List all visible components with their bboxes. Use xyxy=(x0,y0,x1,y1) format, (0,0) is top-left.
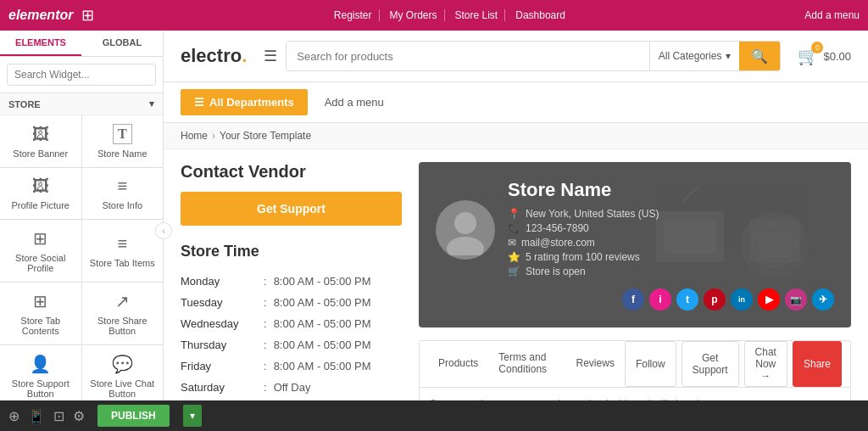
sidebar-search-area xyxy=(0,57,163,93)
day-label: Tuesday xyxy=(181,296,257,309)
sidebar-item-profile-picture[interactable]: 🖼 Profile Picture xyxy=(0,168,81,219)
publish-button[interactable]: PUBLISH xyxy=(97,405,170,427)
sidebar-collapse-handle[interactable]: ‹ xyxy=(155,222,172,239)
sidebar-section-store: STORE ▾ xyxy=(0,93,163,115)
time-value: 8:00 AM - 05:00 PM xyxy=(274,360,371,372)
grid-icon[interactable]: ⊞ xyxy=(81,6,94,25)
store-card: Store Name 📍 New York, United States (US… xyxy=(419,162,851,327)
sidebar-item-label: Store Live Chat Button xyxy=(86,378,159,399)
contact-vendor-title: Contact Vendor xyxy=(181,162,402,182)
sidebar-item-store-support[interactable]: 👤 Store Support Button xyxy=(0,345,81,407)
sidebar-grid: 🖼 Store Banner T Store Name 🖼 Profile Pi… xyxy=(0,115,163,431)
nav-my-orders[interactable]: My Orders xyxy=(383,9,445,21)
follow-button[interactable]: Follow xyxy=(625,341,676,387)
sidebar-item-label: Store Tab Items xyxy=(90,258,155,268)
tab-reviews[interactable]: Reviews xyxy=(566,349,625,379)
mobile-preview-icon[interactable]: 📱 xyxy=(28,408,45,424)
publish-arrow-button[interactable]: ▾ xyxy=(183,405,202,427)
sidebar-item-store-info[interactable]: ≡ Store Info xyxy=(82,168,164,219)
sidebar-item-label: Store Share Button xyxy=(86,316,159,336)
location-icon: 📍 xyxy=(508,208,520,220)
sidebar-item-label: Store Social Profile xyxy=(4,253,77,273)
tab-terms[interactable]: Terms and Conditions xyxy=(488,343,565,385)
left-column: Contact Vendor Get Support Store Time Mo… xyxy=(181,162,402,431)
add-menu-link[interactable]: Add a menu xyxy=(325,96,384,109)
sidebar-item-store-social[interactable]: ⊞ Store Social Profile xyxy=(0,220,81,282)
profile-picture-icon: 🖼 xyxy=(32,176,49,196)
nav-register[interactable]: Register xyxy=(327,9,380,21)
store-get-support-button[interactable]: Get Support xyxy=(682,341,739,387)
search-button[interactable]: 🔍 xyxy=(739,42,780,70)
tablet-preview-icon[interactable]: ⊡ xyxy=(53,408,64,424)
right-column: Store Name 📍 New York, United States (US… xyxy=(419,162,851,431)
star-icon: ⭐ xyxy=(508,251,520,263)
store-social-icon: ⊞ xyxy=(33,228,47,249)
add-element-icon[interactable]: ⊕ xyxy=(8,408,19,424)
breadcrumb-separator: › xyxy=(212,130,215,142)
nav-bar: ☰ All Departments Add a menu xyxy=(164,82,868,123)
search-bar: All Categories ▾ 🔍 xyxy=(286,41,781,71)
tab-global[interactable]: GLOBAL xyxy=(81,31,163,56)
store-info-icon: ≡ xyxy=(117,176,127,196)
search-category-dropdown[interactable]: All Categories ▾ xyxy=(650,42,740,70)
store-info: Store Name 📍 New York, United States (US… xyxy=(508,179,659,280)
sidebar-tabs: ELEMENTS GLOBAL xyxy=(0,31,163,57)
day-label: Friday xyxy=(181,360,257,372)
time-value: 8:00 AM - 05:00 PM xyxy=(274,317,371,330)
breadcrumb-home[interactable]: Home xyxy=(181,130,208,142)
cart-badge: 0 xyxy=(811,42,823,53)
nav-store-list[interactable]: Store List xyxy=(448,9,506,21)
day-label: Monday xyxy=(181,275,257,288)
top-nav: Register My Orders Store List Dashboard xyxy=(327,9,572,21)
content-area: electro. ☰ All Categories ▾ 🔍 🛒 0 xyxy=(164,31,868,431)
chevron-down-icon: ▾ xyxy=(149,98,154,109)
time-row-saturday: Saturday : Off Day xyxy=(181,377,402,398)
store-email: ✉ mail@store.com xyxy=(508,237,659,249)
nav-dashboard[interactable]: Dashboard xyxy=(509,9,572,21)
sidebar-item-store-name[interactable]: T Store Name xyxy=(82,115,164,167)
svg-point-7 xyxy=(454,212,476,234)
search-input[interactable] xyxy=(287,42,648,70)
page-content: Contact Vendor Get Support Store Time Mo… xyxy=(164,149,868,431)
store-live-chat-icon: 💬 xyxy=(112,354,133,374)
store-card-content: Store Name 📍 New York, United States (US… xyxy=(436,179,834,280)
sidebar-item-store-banner[interactable]: 🖼 Store Banner xyxy=(0,115,81,167)
site-header: electro. ☰ All Categories ▾ 🔍 🛒 0 xyxy=(164,31,868,82)
time-row-tuesday: Tuesday : 8:00 AM - 05:00 PM xyxy=(181,292,402,313)
get-support-button[interactable]: Get Support xyxy=(181,192,402,226)
store-name: Store Name xyxy=(508,179,659,201)
list-icon: ☰ xyxy=(194,96,204,109)
phone-icon: 📞 xyxy=(508,222,520,234)
sidebar-item-store-tab-contents[interactable]: ⊞ Store Tab Contents xyxy=(0,283,81,344)
time-value: Off Day xyxy=(274,381,311,394)
sidebar: ELEMENTS GLOBAL STORE ▾ 🖼 Store Banner T… xyxy=(0,31,164,431)
main-layout: ELEMENTS GLOBAL STORE ▾ 🖼 Store Banner T… xyxy=(0,31,868,431)
sidebar-item-label: Profile Picture xyxy=(12,200,70,210)
all-departments-button[interactable]: ☰ All Departments xyxy=(181,89,308,115)
store-banner-icon: 🖼 xyxy=(32,125,49,144)
tab-products[interactable]: Products xyxy=(428,349,488,379)
settings-icon[interactable]: ⚙ xyxy=(73,408,85,424)
sidebar-item-store-live-chat[interactable]: 💬 Store Live Chat Button xyxy=(82,345,164,407)
svg-point-8 xyxy=(447,237,484,255)
search-widget-input[interactable] xyxy=(7,64,156,86)
top-bar-left: elementor ⊞ xyxy=(8,6,94,25)
store-avatar xyxy=(436,200,495,260)
tab-elements[interactable]: ELEMENTS xyxy=(0,31,81,56)
store-rating: ⭐ 5 rating from 100 reviews xyxy=(508,251,659,263)
sidebar-item-store-share[interactable]: ↗ Store Share Button xyxy=(82,283,164,344)
time-value: 8:00 AM - 05:00 PM xyxy=(274,339,371,351)
time-row-thursday: Thursday : 8:00 AM - 05:00 PM xyxy=(181,334,402,355)
chat-now-button[interactable]: Chat Now → xyxy=(744,341,787,387)
day-label: Saturday xyxy=(181,381,257,394)
sidebar-item-label: Store Banner xyxy=(13,148,68,159)
add-menu-top[interactable]: Add a menu xyxy=(804,9,860,21)
store-name-icon: T xyxy=(113,124,132,144)
share-button[interactable]: Share xyxy=(793,341,842,387)
cart-area[interactable]: 🛒 0 $0.00 xyxy=(798,46,851,66)
hamburger-icon[interactable]: ☰ xyxy=(264,47,277,65)
breadcrumb-current: Your Store Template xyxy=(220,130,311,142)
electro-logo: electro. xyxy=(181,45,247,67)
breadcrumb: Home › Your Store Template xyxy=(164,123,868,149)
sidebar-item-store-tab-items[interactable]: ≡ Store Tab Items xyxy=(82,220,164,282)
